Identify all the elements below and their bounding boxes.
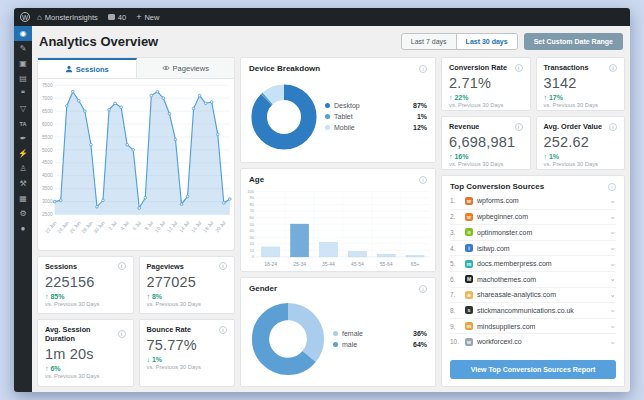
info-icon[interactable]: i	[118, 262, 126, 270]
sidebar-item-appearance[interactable]: ✒	[14, 131, 32, 146]
chevron-down-icon[interactable]: ⌄	[609, 275, 616, 283]
gender-donut-chart	[247, 298, 329, 380]
svg-text:65+: 65+	[411, 261, 420, 267]
info-icon[interactable]: i	[419, 285, 427, 293]
source-rank: 10.	[450, 338, 461, 345]
sidebar-item-monsterinsights[interactable]: ⚙	[14, 206, 32, 221]
metric-change: ↑ 6%	[45, 365, 126, 372]
info-icon[interactable]: i	[419, 65, 427, 73]
last-30-days-button[interactable]: Last 30 days	[456, 34, 517, 49]
sidebar-item-settings[interactable]: ▦	[14, 191, 32, 206]
card-head: Top Conversion Sources i	[442, 176, 624, 193]
source-rank: 7.	[450, 291, 461, 298]
admin-bar-site-link[interactable]: ⌂ MonsterInsights	[32, 8, 103, 26]
legend-dot	[325, 114, 330, 119]
list-item[interactable]: 3.ooptinmonster.com⌄	[450, 224, 616, 240]
legend-dot	[333, 331, 338, 336]
list-item[interactable]: 9.mmindsuppliers.com⌄	[450, 318, 616, 334]
info-icon[interactable]: i	[419, 176, 427, 184]
chevron-down-icon[interactable]: ⌄	[609, 228, 616, 236]
list-item[interactable]: 2.wwpbeginner.com⌄	[450, 209, 616, 225]
info-icon[interactable]: i	[515, 123, 523, 131]
legend-label: Tablet	[334, 113, 353, 120]
svg-text:5000: 5000	[42, 148, 53, 153]
last-7-days-button[interactable]: Last 7 days	[402, 34, 456, 49]
sidebar-item-feedback[interactable]: ▽	[14, 101, 32, 116]
list-item[interactable]: 10.wworkforcexl.co⌄	[450, 333, 616, 349]
info-icon[interactable]: i	[609, 64, 617, 72]
list-item[interactable]: 1.wwpforms.com⌄	[450, 193, 616, 209]
metric-card: Pageviewsi277025↑ 8%vs. Previous 30 Days	[139, 256, 236, 315]
sidebar-item-users[interactable]: ♙	[14, 161, 32, 176]
info-icon[interactable]: i	[219, 326, 227, 334]
gender-legend: female36%male64%	[333, 330, 427, 348]
source-rows: 1.wwpforms.com⌄2.wwpbeginner.com⌄3.oopti…	[442, 193, 624, 357]
comments-count: 40	[118, 13, 126, 22]
metric-sub: vs. Previous 30 Days	[449, 102, 523, 108]
chevron-down-icon[interactable]: ⌄	[609, 260, 616, 268]
sidebar-item-posts-pin[interactable]: ✎	[14, 41, 32, 56]
info-icon[interactable]: i	[219, 262, 227, 270]
source-domain: mindsuppliers.com	[477, 323, 535, 330]
list-item[interactable]: 7.★shareasale-analytics.com⌄	[450, 287, 616, 303]
view-report-button[interactable]: View Top Conversion Sources Report	[450, 360, 616, 379]
sidebar-item-collapse[interactable]: ●	[14, 221, 32, 236]
chevron-down-icon[interactable]: ⌄	[609, 213, 616, 221]
chevron-down-icon[interactable]: ⌄	[609, 197, 616, 205]
favicon-icon: m	[465, 322, 473, 330]
admin-bar-new[interactable]: + New	[131, 8, 164, 26]
admin-bar-comments[interactable]: 40	[103, 8, 131, 26]
favicon-icon: i	[465, 244, 473, 252]
svg-text:26 Jun: 26 Jun	[69, 220, 82, 234]
column-middle: Device Breakdown i Desktop87%Tablet1%Mob…	[240, 57, 436, 387]
metric-label: Transactionsi	[544, 63, 618, 72]
svg-text:20 Jul: 20 Jul	[215, 220, 227, 233]
sidebar-item-dashboard[interactable]: ◉	[14, 26, 32, 41]
legend-value: 87%	[413, 102, 427, 109]
tab-sessions[interactable]: Sessions	[38, 58, 137, 78]
sidebar-item-plugins[interactable]: ⚡	[14, 146, 32, 161]
sidebar-item-media[interactable]: ▣	[14, 56, 32, 71]
sidebar-item-ta-plugin[interactable]: TA	[14, 116, 32, 131]
trend-chart-card: Sessions Pageviews 250030003500400045005…	[37, 57, 235, 251]
source-rank: 8.	[450, 307, 461, 314]
metric-sub: vs. Previous 30 Days	[544, 161, 618, 167]
info-icon[interactable]: i	[515, 64, 523, 72]
chevron-down-icon[interactable]: ⌄	[609, 338, 616, 346]
svg-text:24 Jun: 24 Jun	[57, 220, 70, 234]
wordpress-logo-icon[interactable]: W	[20, 12, 30, 22]
legend-item: Mobile12%	[325, 124, 427, 131]
set-custom-date-range-button[interactable]: Set Custom Date Range	[524, 33, 623, 50]
card-title: Gender	[249, 284, 277, 293]
svg-text:50: 50	[249, 222, 254, 227]
favicon-icon: w	[465, 197, 473, 205]
sidebar-item-comments[interactable]: ❝	[14, 86, 32, 101]
list-item[interactable]: 5.mdocs.memberpress.com⌄	[450, 255, 616, 271]
svg-text:10: 10	[249, 248, 254, 253]
source-domain: shareasale-analytics.com	[477, 291, 556, 298]
info-icon[interactable]: i	[118, 330, 126, 338]
metric-sub: vs. Previous 30 Days	[544, 102, 618, 108]
metric-value: 2.71%	[449, 75, 523, 91]
info-icon[interactable]: i	[609, 123, 617, 131]
info-icon[interactable]: i	[608, 183, 616, 191]
source-rank: 3.	[450, 229, 461, 236]
list-item[interactable]: 8.sstickmancommunications.co.uk⌄	[450, 302, 616, 318]
sidebar-item-pages[interactable]: ▤	[14, 71, 32, 86]
metric-value: 225156	[45, 274, 126, 290]
metric-change: ↑ 22%	[449, 94, 523, 101]
legend-value: 36%	[413, 330, 427, 337]
chevron-down-icon[interactable]: ⌄	[609, 244, 616, 252]
tab-pageviews[interactable]: Pageviews	[137, 58, 235, 78]
chevron-down-icon[interactable]: ⌄	[609, 322, 616, 330]
metric-change: ↑ 8%	[147, 293, 228, 300]
list-item[interactable]: 6.Mmachothemes.com⌄	[450, 271, 616, 287]
metric-sub: vs. Previous 30 Days	[449, 161, 523, 167]
sidebar-item-tools[interactable]: ⚒	[14, 176, 32, 191]
metric-card: Sessionsi225156↑ 85%vs. Previous 30 Days	[37, 256, 134, 315]
list-item[interactable]: 4.iisitwp.com⌄	[450, 240, 616, 256]
card-title: Top Conversion Sources	[450, 182, 544, 191]
chevron-down-icon[interactable]: ⌄	[609, 291, 616, 299]
chevron-down-icon[interactable]: ⌄	[609, 306, 616, 314]
svg-text:40: 40	[249, 228, 254, 233]
